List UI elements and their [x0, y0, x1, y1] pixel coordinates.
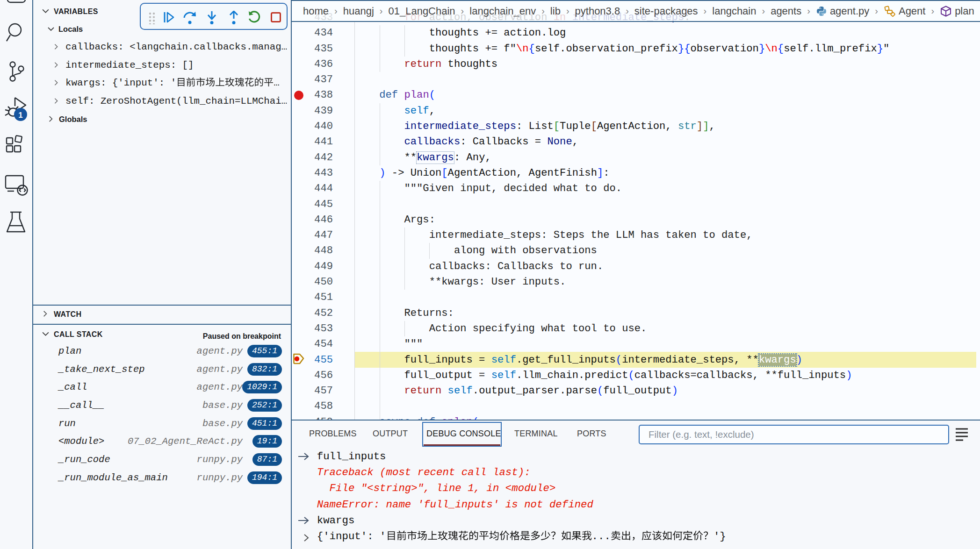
svg-text:1: 1: [18, 111, 22, 120]
